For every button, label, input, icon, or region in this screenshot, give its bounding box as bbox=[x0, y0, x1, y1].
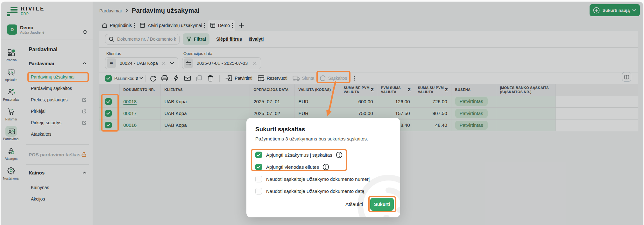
dialog-checkbox[interactable] bbox=[255, 152, 262, 158]
submit-button[interactable]: Sukurti bbox=[370, 198, 394, 211]
check-icon bbox=[257, 165, 261, 169]
dialog-checkbox-label: Apjungti vienodas eilutes bbox=[266, 164, 319, 170]
info-icon bbox=[322, 164, 329, 170]
dialog-checkbox-label: Naudoti sąskaitoje Užsakymo dokumento da… bbox=[266, 188, 364, 194]
dialog-checkbox-label: Apjungti užsakymus į sąskaitas bbox=[266, 152, 332, 158]
dialog-subtitle: Pažymėtiems 3 užsakymams bus sukurtos są… bbox=[255, 136, 391, 142]
info-icon[interactable] bbox=[336, 152, 343, 158]
dialog-checkbox-row: Naudoti sąskaitoje Užsakymo dokumento nu… bbox=[255, 175, 391, 182]
dialog-checkbox-row: Apjungti užsakymus į sąskaitas bbox=[255, 151, 391, 158]
dialog-checkbox[interactable] bbox=[255, 176, 262, 182]
create-invoices-dialog: Sukurti sąskaitas Pažymėtiems 3 užsakyma… bbox=[246, 118, 400, 217]
dialog-checkbox[interactable] bbox=[255, 188, 262, 194]
info-icon[interactable] bbox=[322, 164, 329, 170]
info-icon bbox=[336, 152, 343, 158]
dialog-checkbox-row: Apjungti vienodas eilutes bbox=[255, 163, 391, 170]
dialog-title: Sukurti sąskaitas bbox=[255, 126, 391, 133]
check-icon bbox=[257, 153, 261, 157]
cancel-button[interactable]: Atšaukti bbox=[345, 201, 363, 207]
dialog-checkbox-label: Naudoti sąskaitoje Užsakymo dokumento nu… bbox=[266, 176, 370, 182]
dialog-checkbox[interactable] bbox=[255, 164, 262, 170]
dialog-checkbox-row: Naudoti sąskaitoje Užsakymo dokumento da… bbox=[255, 188, 391, 194]
